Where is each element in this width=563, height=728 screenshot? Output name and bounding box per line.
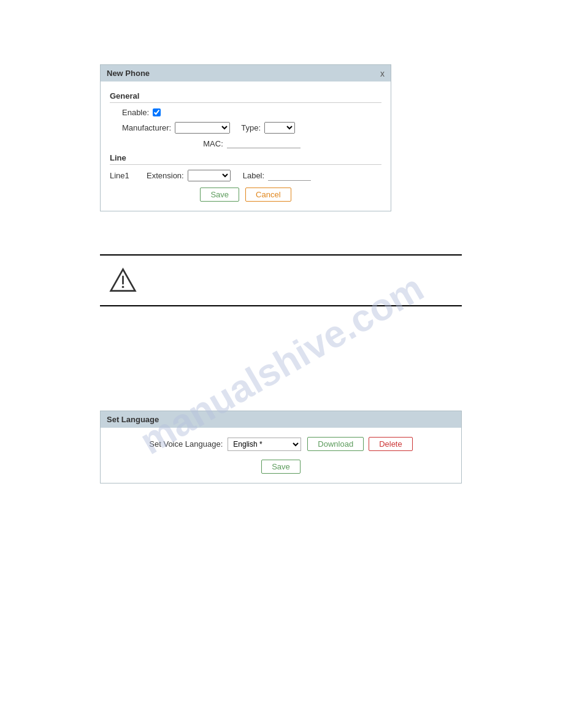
delete-button[interactable]: Delete — [369, 437, 413, 451]
set-language-title: Set Language — [107, 415, 159, 424]
mac-row: MAC: — [110, 138, 381, 148]
type-label: Type: — [241, 123, 261, 132]
set-language-body: Set Voice Language: English * Download D… — [101, 428, 461, 483]
set-language-header: Set Language — [101, 411, 461, 428]
label-input[interactable] — [268, 171, 311, 181]
close-button[interactable]: x — [380, 69, 385, 78]
line1-row: Line1 Extension: Label: — [110, 170, 381, 181]
set-language-buttons: Save — [113, 460, 449, 474]
new-phone-body: General Enable: Manufacturer: Type: MAC:… — [101, 82, 391, 211]
manufacturer-label: Manufacturer: — [122, 123, 171, 132]
lang-save-button[interactable]: Save — [261, 460, 301, 474]
set-language-panel: Set Language Set Voice Language: English… — [100, 411, 462, 483]
enable-row: Enable: — [110, 108, 381, 117]
manufacturer-select[interactable] — [175, 122, 230, 134]
mac-input[interactable] — [227, 138, 301, 148]
enable-label: Enable: — [122, 108, 149, 117]
mac-label: MAC: — [203, 139, 223, 148]
download-button[interactable]: Download — [307, 437, 364, 451]
set-voice-language-label: Set Voice Language: — [149, 439, 223, 449]
line1-label: Line1 — [110, 171, 147, 180]
warning-icon — [109, 267, 137, 294]
svg-point-2 — [122, 286, 124, 289]
type-select[interactable] — [264, 122, 295, 134]
extension-select[interactable] — [188, 170, 231, 181]
label-label: Label: — [243, 171, 264, 180]
general-section-title: General — [110, 91, 381, 103]
line-section-title: Line — [110, 153, 381, 165]
new-phone-header: New Phone x — [101, 65, 391, 82]
enable-checkbox[interactable] — [153, 108, 161, 116]
new-phone-title: New Phone — [107, 69, 150, 78]
save-button[interactable]: Save — [200, 188, 239, 202]
new-phone-buttons: Save Cancel — [110, 188, 381, 202]
new-phone-panel: New Phone x General Enable: Manufacturer… — [100, 64, 391, 211]
cancel-button[interactable]: Cancel — [245, 188, 291, 202]
extension-label: Extension: — [147, 171, 184, 180]
manufacturer-type-row: Manufacturer: Type: — [110, 122, 381, 134]
language-select[interactable]: English * — [228, 438, 301, 451]
warning-section — [100, 254, 462, 306]
voice-language-row: Set Voice Language: English * Download D… — [113, 437, 449, 451]
